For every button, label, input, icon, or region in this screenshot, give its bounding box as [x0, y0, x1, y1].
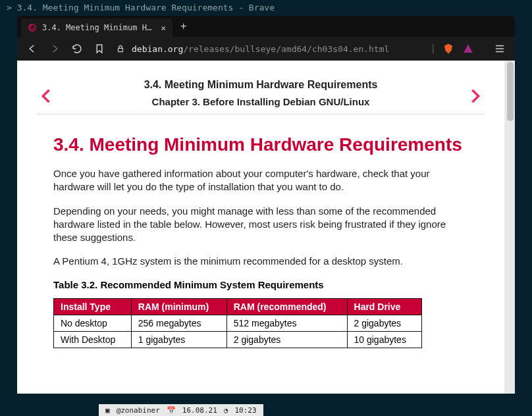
paragraph: Depending on your needs, you might manag… — [53, 205, 468, 245]
window-titlebar: > 3.4. Meeting Minimum Hardware Requirem… — [0, 0, 532, 16]
status-date: 16.08.21 — [182, 406, 217, 415]
desktop-statusbar: ▣ @zonabiner 📅 16.08.21 ◔ 10:23 — [99, 404, 263, 416]
nav-section-title: 3.4. Meeting Minimum Hardware Requiremen… — [70, 79, 452, 91]
menu-button[interactable] — [494, 43, 506, 55]
requirements-table: Install Type RAM (minimum) RAM (recommen… — [53, 298, 422, 348]
calendar-icon: 📅 — [167, 406, 176, 415]
paragraph: Once you have gathered information about… — [53, 167, 468, 194]
next-page-button[interactable] — [466, 87, 485, 108]
back-button[interactable] — [26, 43, 38, 55]
browser-toolbar: debian.org/releases/bullseye/amd64/ch03s… — [17, 37, 515, 61]
page-viewport: 3.4. Meeting Minimum Hardware Requiremen… — [17, 61, 515, 394]
table-row: No desktop 256 megabytes 512 megabytes 2… — [54, 315, 422, 331]
scrollbar-thumb[interactable] — [507, 62, 514, 121]
url-bar[interactable]: debian.org/releases/bullseye/amd64/ch03s… — [116, 44, 421, 54]
nav-chapter-title: Chapter 3. Before Installing Debian GNU/… — [70, 96, 452, 107]
page-heading: 3.4. Meeting Minimum Hardware Requiremen… — [53, 134, 468, 155]
new-tab-button[interactable]: + — [180, 20, 186, 32]
debian-favicon-icon — [28, 23, 37, 32]
brave-rewards-icon[interactable] — [462, 43, 474, 55]
status-user: @zonabiner — [117, 406, 160, 415]
lock-icon — [116, 44, 125, 53]
page-nav-header: 3.4. Meeting Minimum Hardware Requiremen… — [37, 61, 485, 115]
window-layout-icon: ▣ — [105, 406, 110, 415]
table-header: RAM (minimum) — [131, 298, 226, 315]
forward-button[interactable] — [49, 43, 61, 55]
paragraph: A Pentium 4, 1GHz system is the minimum … — [53, 255, 468, 268]
article-body: 3.4. Meeting Minimum Hardware Requiremen… — [17, 115, 504, 348]
scrollbar-track[interactable] — [504, 61, 515, 394]
browser-tab[interactable]: 3.4. Meeting Minimum Hardw… × — [21, 18, 173, 37]
status-time: 10:23 — [234, 406, 256, 415]
reload-button[interactable] — [71, 43, 83, 55]
svg-rect-1 — [119, 48, 123, 51]
clock-icon: ◔ — [224, 406, 228, 415]
table-header: Install Type — [54, 298, 132, 315]
tab-title: 3.4. Meeting Minimum Hardw… — [42, 23, 155, 32]
close-tab-icon[interactable]: × — [161, 23, 166, 33]
tab-bar: 3.4. Meeting Minimum Hardw… × + — [17, 16, 515, 37]
url-path: /releases/bullseye/amd64/ch03s04.en.html — [183, 44, 389, 54]
prev-page-button[interactable] — [37, 87, 55, 108]
toolbar-divider: | — [432, 43, 435, 55]
table-row: With Desktop 1 gigabytes 2 gigabytes 10 … — [54, 331, 422, 348]
brave-shields-icon[interactable] — [442, 43, 454, 55]
table-header: Hard Drive — [347, 298, 421, 315]
table-caption: Table 3.2. Recommended Minimum System Re… — [53, 279, 468, 290]
browser-window: 3.4. Meeting Minimum Hardw… × + debian.o… — [17, 16, 515, 394]
bookmark-button[interactable] — [93, 43, 105, 55]
url-host: debian.org — [132, 44, 183, 54]
table-header: RAM (recommended) — [226, 298, 347, 315]
